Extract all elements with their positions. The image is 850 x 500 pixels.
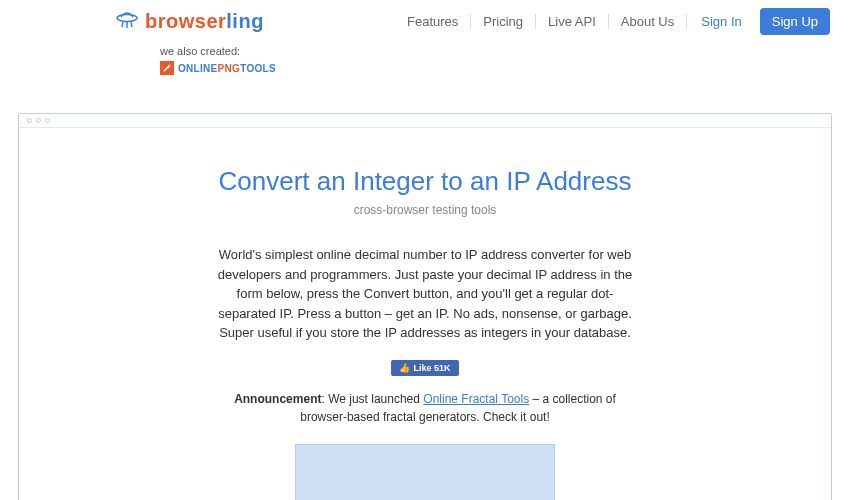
announcement-label: Announcement [234, 392, 321, 406]
thumb-icon: 👍 [399, 363, 410, 373]
ufo-icon [115, 10, 139, 34]
nav-about-us[interactable]: About Us [609, 14, 687, 29]
nav-features[interactable]: Features [395, 14, 471, 29]
browser-frame: Convert an Integer to an IP Address cros… [18, 113, 832, 500]
announcement: Announcement: We just launched Online Fr… [215, 390, 635, 426]
window-dot [36, 118, 41, 123]
logo-text: browserling [145, 10, 264, 33]
description: World's simplest online decimal number t… [215, 245, 635, 343]
logo[interactable]: browserling [115, 10, 264, 34]
fb-like-button[interactable]: 👍Like 51K [391, 360, 458, 376]
fractal-tools-link[interactable]: Online Fractal Tools [423, 392, 529, 406]
titlebar [19, 114, 831, 128]
svg-line-1 [122, 22, 123, 27]
window-dot [27, 118, 32, 123]
page-subtitle: cross-browser testing tools [79, 203, 771, 217]
nav-live-api[interactable]: Live API [536, 14, 609, 29]
svg-line-3 [131, 22, 132, 27]
sign-up-button[interactable]: Sign Up [760, 8, 830, 35]
wrench-icon [160, 61, 174, 75]
sign-in-link[interactable]: Sign In [687, 14, 755, 29]
ip-input-area[interactable] [295, 444, 555, 501]
also-created-label: we also created: [160, 45, 850, 57]
tool-name: ONLINEPNGTOOLS [178, 63, 276, 74]
nav-pricing[interactable]: Pricing [471, 14, 536, 29]
page-title: Convert an Integer to an IP Address [79, 166, 771, 197]
window-dot [45, 118, 50, 123]
online-png-tools-link[interactable]: ONLINEPNGTOOLS [160, 61, 850, 75]
svg-point-0 [117, 14, 137, 21]
